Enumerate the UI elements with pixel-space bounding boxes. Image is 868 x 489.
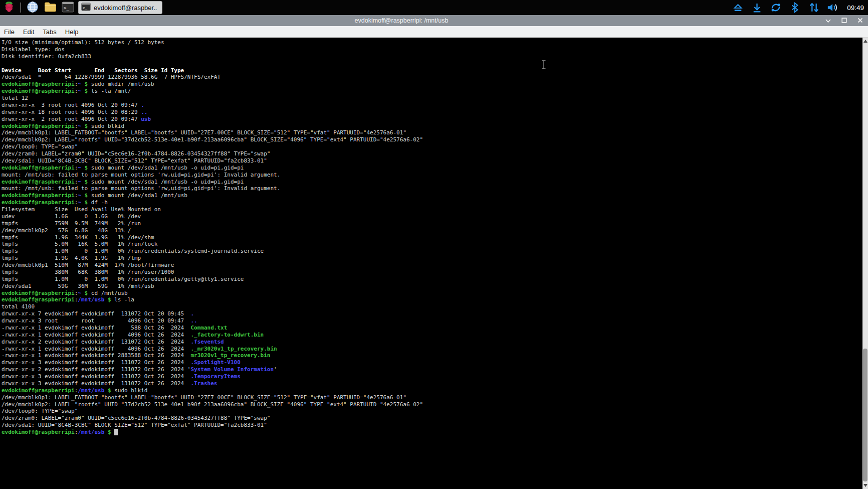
terminal-launcher[interactable]: >_ <box>61 1 75 15</box>
eject-icon[interactable] <box>732 2 744 14</box>
menu-file[interactable]: File <box>4 28 15 36</box>
file-manager-launcher[interactable] <box>43 1 57 15</box>
terminal-line: evdokimoff@raspberripi:~ $ sudo mount /d… <box>2 179 862 186</box>
terminal-window-icon: >_ <box>81 3 91 13</box>
terminal-line: evdokimoff@raspberripi:~ $ sudo blkid <box>2 123 862 130</box>
terminal-line: total 4100 <box>2 303 862 310</box>
bluetooth-icon[interactable] <box>789 2 801 14</box>
scrollbar-thumb[interactable] <box>863 349 867 481</box>
terminal-line: /dev/mmcblk0p2: LABEL="rootfs" UUID="37d… <box>2 136 862 143</box>
terminal-line: tmpfs 759M 9.5M 749M 2% /run <box>2 220 862 227</box>
menu-tabs[interactable]: Tabs <box>43 28 56 36</box>
taskbar-window-label: evdokimoff@raspber.. <box>94 4 157 12</box>
terminal-line: /dev/zram0: LABEL="zram0" UUID="c5ec6e16… <box>2 415 862 422</box>
terminal-line: Disk identifier: 0xfa2cb833 <box>2 53 862 60</box>
terminal-line: -rwxr-xr-x 1 evdokimoff evdokimoff 28835… <box>2 352 862 359</box>
scrollbar[interactable] <box>862 38 868 489</box>
terminal-line: drwxr-xr-x 3 evdokimoff evdokimoff 13107… <box>2 380 862 387</box>
terminal-line: mount: /mnt/usb: failed to parse mount o… <box>2 185 862 192</box>
window-titlebar[interactable]: evdokimoff@raspberripi: /mnt/usb <box>0 15 868 26</box>
terminal-line: evdokimoff@raspberripi:~ $ sudo mount /d… <box>2 165 862 172</box>
raspberry-pi-menu-button[interactable] <box>2 1 16 15</box>
system-tray: 09:49 <box>732 2 866 14</box>
terminal-line: drwxr-xr-x 3 root root 4096 Oct 20 09:47… <box>2 317 862 324</box>
terminal-line: Disklabel type: dos <box>2 46 862 53</box>
close-icon <box>857 17 863 25</box>
file-manager-folder-icon <box>44 2 57 14</box>
raspberry-pi-menu-icon <box>4 1 15 15</box>
terminal-line: -rwxr-xr-x 1 evdokimoff evdokimoff 4096 … <box>2 332 862 339</box>
close-button[interactable] <box>856 17 864 25</box>
terminal-line: drwxr-xr-x 18 root root 4096 Oct 20 08:2… <box>2 109 862 116</box>
desktop: >_ >_ evdokimoff@raspber.. <box>0 0 868 489</box>
shade-button[interactable] <box>824 17 832 25</box>
terminal-line: /dev/sda1: UUID="8C4B-3CBC" BLOCK_SIZE="… <box>2 157 862 165</box>
terminal-line: /dev/mmcblk0p1: LABEL_FATBOOT="bootfs" L… <box>2 129 862 136</box>
terminal-line: /dev/loop0: TYPE="swap" <box>2 143 862 150</box>
network-traffic-icon[interactable] <box>808 2 820 14</box>
terminal-icon: >_ <box>62 2 74 14</box>
terminal-line: -rwxr-xr-x 1 evdokimoff evdokimoff 588 O… <box>2 324 862 332</box>
terminal-line: /dev/mmcblk0p2: LABEL="rootfs" UUID="37d… <box>2 401 862 408</box>
terminal-line: tmpfs 5.0M 16K 5.0M 1% /run/lock <box>2 241 862 248</box>
terminal-line: total 12 <box>2 95 862 102</box>
terminal-line: /dev/sda1 * 64 122879999 122879936 58.6G… <box>2 74 862 81</box>
terminal-line: drwxr-xr-x 2 evdokimoff evdokimoff 13107… <box>2 339 862 346</box>
terminal-line: Filesystem Size Used Avail Use% Mounted … <box>2 206 862 213</box>
terminal-line: /dev/sda1 59G 36M 59G 1% /mnt/usb <box>2 283 862 290</box>
terminal-line: drwxr-xr-x 2 root root 4096 Oct 20 09:47… <box>2 116 862 123</box>
taskbar-separator <box>21 3 21 13</box>
terminal-line: udev 1.6G 0 1.6G 0% /dev <box>2 213 862 220</box>
terminal-line: drwxr-xr-x 3 evdokimoff evdokimoff 13107… <box>2 359 862 366</box>
terminal-line: drwxr-xr-x 3 evdokimoff evdokimoff 13107… <box>2 373 862 380</box>
terminal-line: tmpfs 1.0M 0 1.0M 0% /run/credentials/ge… <box>2 276 862 283</box>
terminal-output[interactable]: I/O size (minimum/optimal): 512 bytes / … <box>0 38 862 489</box>
terminal-line: tmpfs 1.9G 4.0K 1.9G 1% /tmp <box>2 255 862 262</box>
terminal-line: /dev/zram0: LABEL="zram0" UUID="c5ec6e16… <box>2 150 862 157</box>
browser-launcher[interactable] <box>26 1 40 15</box>
terminal-line: evdokimoff@raspberripi:~ $ ls -la /mnt/ <box>2 88 862 95</box>
terminal-line: drwxr-xr-x 3 root root 4096 Oct 20 09:47… <box>2 102 862 109</box>
window-title: evdokimoff@raspberripi: /mnt/usb <box>355 17 449 24</box>
clock[interactable]: 09:49 <box>847 4 864 12</box>
terminal-line: evdokimoff@raspberripi:~ $ sudo mount /d… <box>2 192 862 199</box>
terminal-line: drwxr-xr-x 2 evdokimoff evdokimoff 13107… <box>2 366 862 373</box>
terminal-line: evdokimoff@raspberripi:~ $ sudo mkdir /m… <box>2 81 862 88</box>
scroll-down-arrow[interactable] <box>862 482 868 488</box>
terminal-line <box>2 60 862 67</box>
download-icon[interactable] <box>751 2 763 14</box>
taskbar-left: >_ >_ evdokimoff@raspber.. <box>2 0 162 15</box>
terminal-line: mount: /mnt/usb: failed to parse mount o… <box>2 172 862 179</box>
terminal-line: drwxr-xr-x 7 evdokimoff evdokimoff 13107… <box>2 310 862 317</box>
menu-bar: File Edit Tabs Help <box>0 26 868 38</box>
terminal-line: tmpfs 380M 68K 380M 1% /run/user/1000 <box>2 269 862 276</box>
terminal-line: Device Boot Start End Sectors Size Id Ty… <box>2 67 862 74</box>
terminal-line: /dev/mmcblk0p2 57G 6.8G 48G 13% / <box>2 227 862 234</box>
terminal-line: I/O size (minimum/optimal): 512 bytes / … <box>2 39 862 46</box>
terminal-line: evdokimoff@raspberripi:/mnt/usb $ <box>2 429 862 436</box>
taskbar: >_ >_ evdokimoff@raspber.. <box>0 0 868 15</box>
terminal-line: /dev/mmcblk0p1: LABEL_FATBOOT="bootfs" L… <box>2 394 862 401</box>
updates-icon[interactable] <box>770 2 782 14</box>
terminal-line: evdokimoff@raspberripi:~ $ df -h <box>2 199 862 206</box>
shade-chevron-icon <box>825 17 831 25</box>
scroll-up-arrow[interactable] <box>862 38 868 44</box>
volume-icon[interactable] <box>827 2 839 14</box>
maximize-icon <box>841 17 847 25</box>
terminal-line: evdokimoff@raspberripi:~ $ cd /mnt/usb <box>2 290 862 297</box>
maximize-button[interactable] <box>840 17 848 25</box>
terminal-line: /dev/sda1: UUID="8C4B-3CBC" BLOCK_SIZE="… <box>2 422 862 429</box>
taskbar-window-button[interactable]: >_ evdokimoff@raspber.. <box>78 1 162 14</box>
terminal-line: /dev/mmcblk0p1 510M 87M 424M 17% /boot/f… <box>2 262 862 269</box>
terminal-line: -rwxr-xr-x 1 evdokimoff evdokimoff 4096 … <box>2 346 862 353</box>
terminal-line: tmpfs 1.9G 344K 1.9G 1% /dev/shm <box>2 234 862 241</box>
terminal-line: evdokimoff@raspberripi:/mnt/usb $ sudo b… <box>2 387 862 394</box>
terminal-line: evdokimoff@raspberripi:/mnt/usb $ ls -la <box>2 296 862 303</box>
terminal-line: tmpfs 1.0M 0 1.0M 0% /run/credentials/sy… <box>2 248 862 255</box>
window-controls <box>824 15 864 26</box>
terminal-line: /dev/loop0: TYPE="swap" <box>2 408 862 415</box>
menu-edit[interactable]: Edit <box>23 28 34 36</box>
browser-globe-icon <box>27 1 39 15</box>
svg-text:>_: >_ <box>83 6 88 10</box>
menu-help[interactable]: Help <box>65 28 79 36</box>
